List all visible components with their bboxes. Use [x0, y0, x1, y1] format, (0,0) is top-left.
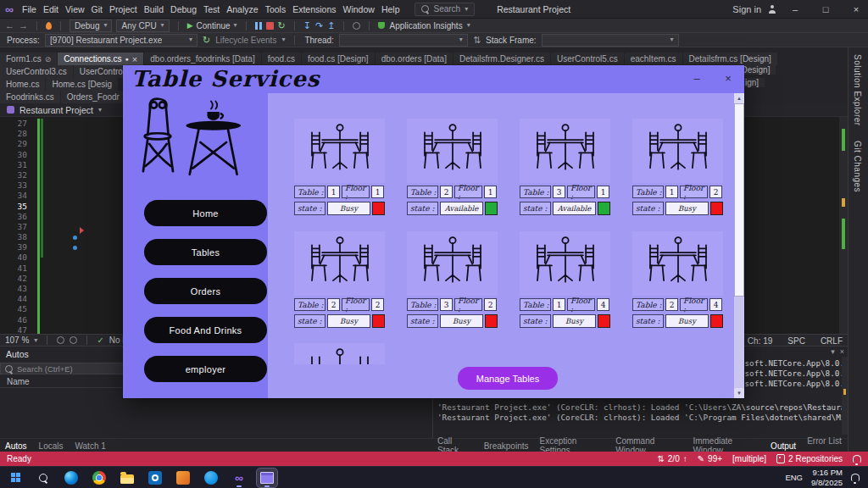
- panel-tab[interactable]: Watch 1: [75, 441, 105, 451]
- close-button[interactable]: ×: [844, 0, 868, 19]
- state-value-field[interactable]: Available: [553, 202, 596, 215]
- state-value-field[interactable]: Busy: [665, 202, 709, 215]
- step-into-button[interactable]: ↧: [303, 21, 311, 30]
- editor-tab[interactable]: food.cs [Design]: [302, 53, 375, 65]
- editor-tab[interactable]: Foodrinks.cs: [0, 91, 60, 103]
- app-minimize-button[interactable]: –: [687, 71, 706, 85]
- git-changes-tab[interactable]: Git Changes: [853, 141, 862, 192]
- configuration-dropdown[interactable]: Debug ▾: [70, 19, 112, 32]
- menu-item[interactable]: Tools: [262, 4, 290, 14]
- user-icon[interactable]: [768, 5, 776, 14]
- editor-tab[interactable]: eachItem.cs: [625, 53, 682, 65]
- editor-tab[interactable]: UserControl5.cs: [551, 53, 624, 65]
- start-button[interactable]: [5, 469, 25, 487]
- app-scrollbar[interactable]: ▲ ▼: [734, 93, 744, 398]
- table-number-field[interactable]: 2: [665, 298, 678, 311]
- presence-icon[interactable]: [70, 336, 77, 344]
- editor-tab[interactable]: Detailsfrm.Designer.cs: [453, 53, 550, 65]
- editor-tab-connections[interactable]: Connections.cs ● ×: [58, 53, 143, 65]
- search-control[interactable]: Search ▾: [415, 3, 475, 16]
- navigate-forward-icon[interactable]: →: [19, 21, 28, 30]
- editor-tab[interactable]: food.cs: [262, 53, 301, 65]
- git-sync-status[interactable]: ⇅ 2/0 ↑: [657, 454, 687, 463]
- refresh-process-icon[interactable]: ↻: [203, 36, 210, 45]
- chevron-down-icon[interactable]: ▾: [831, 347, 835, 356]
- panel-tab[interactable]: Locals: [39, 441, 64, 451]
- state-value-field[interactable]: Available: [440, 202, 483, 215]
- nav-button[interactable]: Food And Drinks: [144, 317, 267, 343]
- stop-debugging-button[interactable]: [266, 22, 274, 30]
- bookmark-icon[interactable]: [73, 246, 77, 250]
- menu-item[interactable]: Project: [106, 4, 141, 14]
- editor-tab[interactable]: dbo.orders [Data]: [376, 53, 453, 65]
- nav-button[interactable]: employer: [144, 356, 267, 382]
- lifecycle-events-dropdown[interactable]: Lifecycle Events: [215, 36, 276, 45]
- output-scrollbar[interactable]: [842, 357, 848, 435]
- editor-tab-form1[interactable]: Form1.cs ⊘: [0, 53, 57, 65]
- step-over-button[interactable]: ↷: [315, 21, 323, 30]
- menu-item[interactable]: File: [19, 4, 40, 14]
- table-number-field[interactable]: 1: [665, 186, 678, 198]
- menu-item[interactable]: Edit: [40, 4, 62, 14]
- menu-item[interactable]: Window: [340, 4, 378, 14]
- table-number-field[interactable]: 3: [440, 298, 453, 311]
- floor-number-field[interactable]: 2: [484, 298, 497, 311]
- table-number-field[interactable]: 1: [553, 298, 565, 311]
- partial-table-card[interactable]: [294, 343, 385, 364]
- state-value-field[interactable]: Busy: [327, 202, 370, 215]
- menu-item[interactable]: Build: [141, 4, 167, 14]
- table-services-app-button[interactable]: [257, 469, 277, 487]
- nav-button[interactable]: Tables: [144, 239, 267, 265]
- floor-number-field[interactable]: 2: [709, 186, 722, 198]
- language-indicator[interactable]: ENG: [785, 473, 803, 482]
- app-insights-dropdown[interactable]: Application Insights: [389, 21, 462, 30]
- table-card[interactable]: Table : 2 Floor : 2 state : Busy: [294, 231, 385, 333]
- thread-icon[interactable]: ⇅: [473, 36, 481, 45]
- file-explorer-button[interactable]: [117, 469, 137, 487]
- floor-number-field[interactable]: 1: [484, 186, 497, 198]
- floor-number-field[interactable]: 2: [371, 298, 384, 311]
- panel-tab[interactable]: Output: [771, 441, 796, 451]
- table-card[interactable]: Table : 1 Floor : 1 state : Busy: [294, 119, 385, 220]
- editor-scrollbar[interactable]: [839, 117, 848, 334]
- editor-tab[interactable]: Home.cs [Desig: [46, 78, 118, 91]
- platform-dropdown[interactable]: Any CPU ▾: [116, 19, 169, 32]
- table-card[interactable]: Table : 3 Floor : 2 state : Busy: [407, 231, 498, 333]
- scrollbar-track[interactable]: [734, 103, 744, 388]
- outlook-button[interactable]: [145, 469, 165, 487]
- state-value-field[interactable]: Busy: [327, 314, 370, 328]
- scrollbar-thumb[interactable]: [734, 103, 744, 297]
- table-number-field[interactable]: 3: [553, 186, 565, 198]
- clock[interactable]: 9:16 PM 9/8/2025: [811, 468, 843, 488]
- close-panel-icon[interactable]: ×: [840, 347, 844, 356]
- menu-item[interactable]: Help: [378, 4, 403, 14]
- table-card[interactable]: Table : 1 Floor : 4 state : Busy: [520, 231, 610, 333]
- process-dropdown[interactable]: [9700] Restaurant Project.exe ▾: [45, 34, 198, 47]
- break-all-button[interactable]: [255, 22, 262, 30]
- editor-tab[interactable]: dbo.orders_foodrinks [Data]: [144, 53, 260, 65]
- table-card[interactable]: Table : 2 Floor : 1 state : Available: [407, 119, 498, 220]
- table-card[interactable]: Table : 2 Floor : 4 state : Busy: [632, 231, 723, 333]
- panel-tab[interactable]: Autos: [5, 441, 27, 451]
- floor-number-field[interactable]: 4: [597, 298, 609, 311]
- current-branch[interactable]: [multiple]: [732, 454, 766, 463]
- floor-number-field[interactable]: 1: [371, 186, 384, 198]
- solution-explorer-tab[interactable]: Solution Explorer: [853, 54, 862, 126]
- taskbar-search-button[interactable]: [33, 469, 53, 487]
- minimize-button[interactable]: –: [783, 0, 807, 19]
- editor-tab[interactable]: Home.cs: [0, 78, 45, 91]
- step-out-button[interactable]: ↥: [327, 21, 335, 30]
- state-value-field[interactable]: Busy: [553, 314, 596, 328]
- manage-tables-button[interactable]: Manage Tables: [458, 367, 558, 390]
- sign-in-link[interactable]: Sign in: [732, 4, 761, 14]
- table-number-field[interactable]: 2: [327, 298, 340, 311]
- menu-item[interactable]: View: [62, 4, 88, 14]
- scroll-down-button[interactable]: ▼: [734, 388, 744, 398]
- maximize-button[interactable]: □: [814, 0, 837, 19]
- table-number-field[interactable]: 1: [327, 186, 340, 198]
- table-card[interactable]: Table : 1 Floor : 2 state : Busy: [632, 119, 723, 220]
- navigate-back-icon[interactable]: ←: [5, 21, 14, 30]
- notifications-bell-icon[interactable]: [853, 455, 861, 463]
- edge-button[interactable]: [61, 469, 81, 487]
- menu-item[interactable]: Test: [200, 4, 223, 14]
